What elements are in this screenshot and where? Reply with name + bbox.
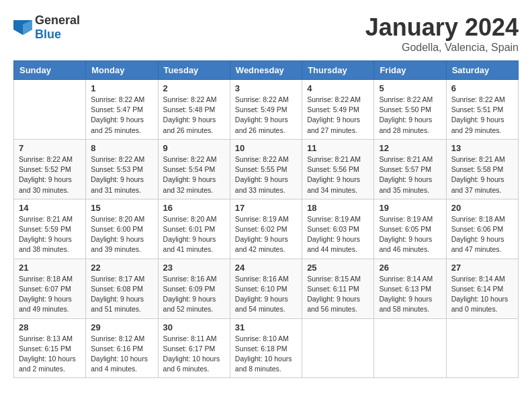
calendar-day-cell xyxy=(302,318,374,378)
day-info: Sunrise: 8:18 AMSunset: 6:06 PMDaylight:… xyxy=(451,214,513,255)
calendar-day-cell: 25 Sunrise: 8:15 AMSunset: 6:11 PMDaylig… xyxy=(302,259,374,318)
calendar-day-cell: 2 Sunrise: 8:22 AMSunset: 5:48 PMDayligh… xyxy=(158,80,230,140)
day-info: Sunrise: 8:22 AMSunset: 5:47 PMDaylight:… xyxy=(91,95,152,136)
day-info: Sunrise: 8:14 AMSunset: 6:13 PMDaylight:… xyxy=(379,274,441,315)
day-info: Sunrise: 8:22 AMSunset: 5:52 PMDaylight:… xyxy=(19,154,81,195)
location-title: Godella, Valencia, Spain xyxy=(365,42,519,54)
day-number: 19 xyxy=(379,203,441,213)
weekday-header-sunday: Sunday xyxy=(14,61,86,80)
day-info: Sunrise: 8:22 AMSunset: 5:55 PMDaylight:… xyxy=(235,154,297,195)
day-info: Sunrise: 8:16 AMSunset: 6:10 PMDaylight:… xyxy=(235,274,297,315)
header: General Blue January 2024 Godella, Valen… xyxy=(13,13,519,54)
day-info: Sunrise: 8:21 AMSunset: 5:56 PMDaylight:… xyxy=(307,154,369,195)
day-number: 2 xyxy=(163,83,225,93)
calendar-day-cell xyxy=(374,318,446,378)
day-number: 16 xyxy=(163,203,225,213)
day-info: Sunrise: 8:21 AMSunset: 5:59 PMDaylight:… xyxy=(19,214,81,255)
day-number: 1 xyxy=(91,83,152,93)
calendar-week-row: 1 Sunrise: 8:22 AMSunset: 5:47 PMDayligh… xyxy=(14,80,519,140)
calendar-week-row: 14 Sunrise: 8:21 AMSunset: 5:59 PMDaylig… xyxy=(14,199,519,259)
day-info: Sunrise: 8:11 AMSunset: 6:17 PMDaylight:… xyxy=(163,334,225,375)
calendar-day-cell: 17 Sunrise: 8:19 AMSunset: 6:02 PMDaylig… xyxy=(230,199,302,259)
day-number: 17 xyxy=(235,203,297,213)
day-info: Sunrise: 8:20 AMSunset: 6:01 PMDaylight:… xyxy=(163,214,225,255)
logo-general: General xyxy=(35,13,80,27)
calendar-week-row: 21 Sunrise: 8:18 AMSunset: 6:07 PMDaylig… xyxy=(14,259,519,318)
weekday-header-saturday: Saturday xyxy=(446,61,518,80)
day-info: Sunrise: 8:21 AMSunset: 5:57 PMDaylight:… xyxy=(379,154,441,195)
day-info: Sunrise: 8:14 AMSunset: 6:14 PMDaylight:… xyxy=(451,274,513,315)
calendar-day-cell: 11 Sunrise: 8:21 AMSunset: 5:56 PMDaylig… xyxy=(302,139,374,199)
calendar-day-cell: 16 Sunrise: 8:20 AMSunset: 6:01 PMDaylig… xyxy=(158,199,230,259)
day-number: 7 xyxy=(19,143,81,153)
calendar-day-cell: 26 Sunrise: 8:14 AMSunset: 6:13 PMDaylig… xyxy=(374,259,446,318)
day-number: 8 xyxy=(91,143,152,153)
calendar-day-cell: 1 Sunrise: 8:22 AMSunset: 5:47 PMDayligh… xyxy=(86,80,158,140)
day-number: 15 xyxy=(91,203,152,213)
calendar-day-cell: 19 Sunrise: 8:19 AMSunset: 6:05 PMDaylig… xyxy=(374,199,446,259)
calendar-day-cell xyxy=(446,318,518,378)
title-area: January 2024 Godella, Valencia, Spain xyxy=(365,13,519,54)
calendar-day-cell: 7 Sunrise: 8:22 AMSunset: 5:52 PMDayligh… xyxy=(14,139,86,199)
calendar-day-cell: 21 Sunrise: 8:18 AMSunset: 6:07 PMDaylig… xyxy=(14,259,86,318)
day-info: Sunrise: 8:22 AMSunset: 5:48 PMDaylight:… xyxy=(163,95,225,136)
logo-icon xyxy=(13,20,32,35)
calendar-week-row: 7 Sunrise: 8:22 AMSunset: 5:52 PMDayligh… xyxy=(14,139,519,199)
weekday-header-wednesday: Wednesday xyxy=(230,61,302,80)
calendar-day-cell: 10 Sunrise: 8:22 AMSunset: 5:55 PMDaylig… xyxy=(230,139,302,199)
day-info: Sunrise: 8:22 AMSunset: 5:50 PMDaylight:… xyxy=(379,95,441,136)
calendar-table: SundayMondayTuesdayWednesdayThursdayFrid… xyxy=(13,60,519,378)
day-info: Sunrise: 8:16 AMSunset: 6:09 PMDaylight:… xyxy=(163,274,225,315)
calendar-day-cell: 29 Sunrise: 8:12 AMSunset: 6:16 PMDaylig… xyxy=(86,318,158,378)
calendar-day-cell: 14 Sunrise: 8:21 AMSunset: 5:59 PMDaylig… xyxy=(14,199,86,259)
calendar-day-cell: 20 Sunrise: 8:18 AMSunset: 6:06 PMDaylig… xyxy=(446,199,518,259)
logo: General Blue xyxy=(13,13,80,42)
calendar-day-cell: 3 Sunrise: 8:22 AMSunset: 5:49 PMDayligh… xyxy=(230,80,302,140)
day-info: Sunrise: 8:19 AMSunset: 6:02 PMDaylight:… xyxy=(235,214,297,255)
day-info: Sunrise: 8:19 AMSunset: 6:05 PMDaylight:… xyxy=(379,214,441,255)
day-number: 30 xyxy=(163,322,225,332)
calendar-day-cell: 23 Sunrise: 8:16 AMSunset: 6:09 PMDaylig… xyxy=(158,259,230,318)
calendar-day-cell: 12 Sunrise: 8:21 AMSunset: 5:57 PMDaylig… xyxy=(374,139,446,199)
day-number: 25 xyxy=(307,263,369,273)
logo-text: General Blue xyxy=(35,13,80,42)
weekday-header-row: SundayMondayTuesdayWednesdayThursdayFrid… xyxy=(14,61,519,80)
day-info: Sunrise: 8:17 AMSunset: 6:08 PMDaylight:… xyxy=(91,274,152,315)
day-info: Sunrise: 8:15 AMSunset: 6:11 PMDaylight:… xyxy=(307,274,369,315)
calendar-day-cell: 6 Sunrise: 8:22 AMSunset: 5:51 PMDayligh… xyxy=(446,80,518,140)
weekday-header-friday: Friday xyxy=(374,61,446,80)
calendar-day-cell: 27 Sunrise: 8:14 AMSunset: 6:14 PMDaylig… xyxy=(446,259,518,318)
day-number: 24 xyxy=(235,263,297,273)
calendar-day-cell: 24 Sunrise: 8:16 AMSunset: 6:10 PMDaylig… xyxy=(230,259,302,318)
day-number: 21 xyxy=(19,263,81,273)
day-number: 14 xyxy=(19,203,81,213)
calendar-day-cell: 31 Sunrise: 8:10 AMSunset: 6:18 PMDaylig… xyxy=(230,318,302,378)
day-number: 29 xyxy=(91,322,152,332)
day-number: 11 xyxy=(307,143,369,153)
day-number: 20 xyxy=(451,203,513,213)
weekday-header-monday: Monday xyxy=(86,61,158,80)
month-title: January 2024 xyxy=(365,13,519,42)
day-info: Sunrise: 8:22 AMSunset: 5:53 PMDaylight:… xyxy=(91,154,152,195)
day-number: 28 xyxy=(19,322,81,332)
day-info: Sunrise: 8:20 AMSunset: 6:00 PMDaylight:… xyxy=(91,214,152,255)
calendar-day-cell: 13 Sunrise: 8:21 AMSunset: 5:58 PMDaylig… xyxy=(446,139,518,199)
calendar-day-cell: 28 Sunrise: 8:13 AMSunset: 6:15 PMDaylig… xyxy=(14,318,86,378)
day-number: 22 xyxy=(91,263,152,273)
calendar-day-cell: 30 Sunrise: 8:11 AMSunset: 6:17 PMDaylig… xyxy=(158,318,230,378)
day-number: 26 xyxy=(379,263,441,273)
day-info: Sunrise: 8:22 AMSunset: 5:51 PMDaylight:… xyxy=(451,95,513,136)
logo-blue: Blue xyxy=(35,28,61,41)
day-info: Sunrise: 8:22 AMSunset: 5:54 PMDaylight:… xyxy=(163,154,225,195)
calendar-day-cell: 22 Sunrise: 8:17 AMSunset: 6:08 PMDaylig… xyxy=(86,259,158,318)
day-number: 5 xyxy=(379,83,441,93)
weekday-header-tuesday: Tuesday xyxy=(158,61,230,80)
day-info: Sunrise: 8:22 AMSunset: 5:49 PMDaylight:… xyxy=(235,95,297,136)
day-number: 13 xyxy=(451,143,513,153)
day-number: 18 xyxy=(307,203,369,213)
day-number: 23 xyxy=(163,263,225,273)
calendar-day-cell: 15 Sunrise: 8:20 AMSunset: 6:00 PMDaylig… xyxy=(86,199,158,259)
day-number: 3 xyxy=(235,83,297,93)
day-number: 6 xyxy=(451,83,513,93)
calendar-day-cell: 5 Sunrise: 8:22 AMSunset: 5:50 PMDayligh… xyxy=(374,80,446,140)
